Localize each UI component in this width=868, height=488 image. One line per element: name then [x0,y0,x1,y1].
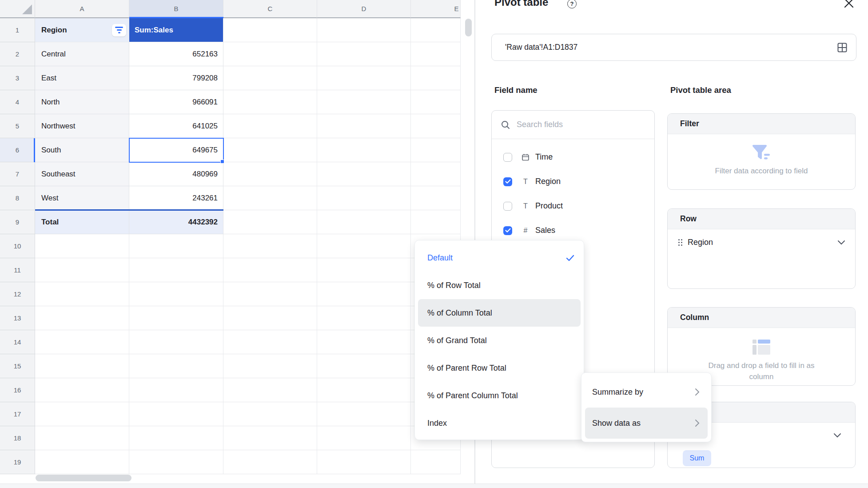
row-header-3[interactable]: 3 [0,66,35,90]
cell-B1[interactable]: Sum:Sales [129,18,223,42]
cell-E7[interactable] [411,162,461,186]
cell-D3[interactable] [317,66,411,90]
filter-icon[interactable] [112,24,126,36]
cell-B10[interactable] [129,234,223,258]
cell-A7[interactable]: Southeast [35,162,129,186]
column-header-D[interactable]: D [317,0,411,18]
cell-C9[interactable] [223,210,317,234]
cell-D5[interactable] [317,114,411,138]
row-field-region[interactable]: Region [668,229,855,255]
cell-E5[interactable] [411,114,461,138]
row-header-18[interactable]: 18 [0,426,35,450]
submenu-item-summarize-by[interactable]: Summarize by [585,376,708,408]
cell-A11[interactable] [35,258,129,282]
filter-drop-zone[interactable]: Filter Filter data according to field [667,113,856,190]
cell-A15[interactable] [35,354,129,378]
menu-item--of-column-total[interactable]: % of Column Total [418,299,581,327]
cell-C10[interactable] [223,234,317,258]
cell-A9[interactable]: Total [35,210,129,234]
horizontal-scrollbar[interactable] [36,475,131,481]
cell-D17[interactable] [317,402,411,426]
menu-item-index[interactable]: Index [418,409,581,437]
cell-C6[interactable] [223,138,317,162]
cell-D12[interactable] [317,282,411,306]
cell-B15[interactable] [129,354,223,378]
cell-B12[interactable] [129,282,223,306]
row-header-1[interactable]: 1 [0,18,35,42]
row-header-6[interactable]: 6 [0,138,35,162]
cell-D9[interactable] [317,210,411,234]
cell-E3[interactable] [411,66,461,90]
cell-B13[interactable] [129,306,223,330]
row-header-19[interactable]: 19 [0,450,35,474]
cell-E19[interactable] [411,450,461,474]
cell-D2[interactable] [317,42,411,66]
cell-A6[interactable]: South [35,138,129,162]
submenu-item-show-data-as[interactable]: Show data as [585,408,708,439]
cell-C12[interactable] [223,282,317,306]
cell-C19[interactable] [223,450,317,474]
cell-E6[interactable] [411,138,461,162]
column-header-E[interactable]: E [411,0,461,18]
cell-A18[interactable] [35,426,129,450]
vertical-scrollbar[interactable] [465,19,472,36]
row-header-9[interactable]: 9 [0,210,35,234]
cell-D11[interactable] [317,258,411,282]
cell-E1[interactable] [411,18,461,42]
cell-D4[interactable] [317,90,411,114]
cell-B17[interactable] [129,402,223,426]
range-picker-icon[interactable] [836,42,848,53]
row-header-4[interactable]: 4 [0,90,35,114]
cell-A13[interactable] [35,306,129,330]
cell-B14[interactable] [129,330,223,354]
row-header-17[interactable]: 17 [0,402,35,426]
cell-A1[interactable]: Region [35,18,129,42]
cell-D18[interactable] [317,426,411,450]
checkbox-product[interactable] [503,202,512,211]
row-header-8[interactable]: 8 [0,186,35,210]
row-header-14[interactable]: 14 [0,330,35,354]
checkbox-time[interactable] [503,153,512,162]
checkbox-sales[interactable] [503,226,512,235]
cell-E2[interactable] [411,42,461,66]
range-input[interactable]: 'Raw data'!A1:D1837 [491,34,856,61]
row-header-11[interactable]: 11 [0,258,35,282]
cell-A14[interactable] [35,330,129,354]
cell-B7[interactable]: 480969 [129,162,223,186]
row-header-16[interactable]: 16 [0,378,35,402]
cell-A12[interactable] [35,282,129,306]
fill-handle[interactable] [220,160,224,164]
cell-B2[interactable]: 652163 [129,42,223,66]
cell-A4[interactable]: North [35,90,129,114]
menu-item--of-parent-column-total[interactable]: % of Parent Column Total [418,382,581,409]
cell-D6[interactable] [317,138,411,162]
field-item-product[interactable]: TProduct [492,194,654,218]
column-header-A[interactable]: A [35,0,129,18]
row-header-5[interactable]: 5 [0,114,35,138]
cell-A16[interactable] [35,378,129,402]
menu-item--of-grand-total[interactable]: % of Grand Total [418,327,581,354]
cell-D1[interactable] [317,18,411,42]
cell-D13[interactable] [317,306,411,330]
field-item-time[interactable]: Time [492,145,654,169]
cell-A2[interactable]: Central [35,42,129,66]
cell-C8[interactable] [223,186,317,210]
cell-C17[interactable] [223,402,317,426]
cell-B4[interactable]: 966091 [129,90,223,114]
cell-C18[interactable] [223,426,317,450]
checkbox-region[interactable] [503,177,512,186]
menu-item--of-row-total[interactable]: % of Row Total [418,272,581,299]
cell-A5[interactable]: Northwest [35,114,129,138]
sum-badge[interactable]: Sum [683,450,711,466]
help-icon[interactable]: ? [567,0,577,8]
row-header-15[interactable]: 15 [0,354,35,378]
select-all-corner[interactable] [0,0,35,18]
cell-B18[interactable] [129,426,223,450]
cell-B5[interactable]: 641025 [129,114,223,138]
cell-E8[interactable] [411,186,461,210]
cell-B3[interactable]: 799208 [129,66,223,90]
field-item-region[interactable]: TRegion [492,169,654,194]
cell-C7[interactable] [223,162,317,186]
cell-A3[interactable]: East [35,66,129,90]
chevron-down-icon[interactable] [833,433,841,438]
